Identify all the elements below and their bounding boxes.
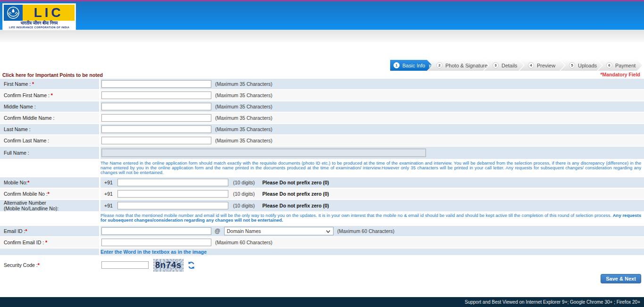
email-id-label: Email ID :* xyxy=(4,228,99,234)
required-asterisk: * xyxy=(51,92,53,98)
confirm-last-name-input[interactable] xyxy=(101,137,211,144)
confirm-email-id-input[interactable] xyxy=(101,239,211,246)
form-row-confirm-last-name: Confirm Last Name : (Maximum 35 Characte… xyxy=(0,135,644,146)
step-wizard: 1 Basic Info » 2 Photo & Signature 3 Det… xyxy=(390,60,642,71)
lic-logo-yellow-box: LIC xyxy=(23,5,75,21)
at-symbol-icon: @ xyxy=(215,228,220,234)
name-notice-row: The Name entered in the online applicati… xyxy=(0,160,644,176)
confirm-mobile-no-label: Confirm Mobile No :* xyxy=(4,191,99,197)
confirm-middle-name-input[interactable] xyxy=(101,114,211,122)
lic-logo-text: LIC xyxy=(33,6,63,19)
contact-notice-text: Please note that the mentioned mobile nu… xyxy=(100,213,641,224)
email-id-input[interactable] xyxy=(101,227,211,235)
form-row-middle-name: Middle Name : (Maximum 35 Characters) xyxy=(0,101,644,112)
required-asterisk: * xyxy=(48,191,50,197)
full-name-label: Full Name : xyxy=(4,150,99,156)
captcha-instruction-text: Enter the Word in the textbox as in the … xyxy=(100,249,644,255)
alternative-number-sublabel: (Mobile No/Landline No): xyxy=(4,206,99,211)
full-name-input xyxy=(101,149,426,157)
mobile-zero-note: Please Do not prefix zero (0) xyxy=(262,180,329,185)
form-row-mobile-no: Mobile No:* +91 (10 digits) Please Do no… xyxy=(0,177,644,188)
mobile-no-input[interactable] xyxy=(117,179,228,186)
refresh-captcha-icon[interactable] xyxy=(187,261,195,269)
confirm-first-name-label: Confirm First Name : * xyxy=(4,92,99,98)
lic-logo: LIC भारतीय जीवन बीमा निगम LIFE INSURANCE… xyxy=(2,3,76,31)
contact-notice-row: Please note that the mentioned mobile nu… xyxy=(0,212,644,225)
mobile-digits-hint: (10 digits) xyxy=(233,203,255,208)
confirm-email-id-label: Confirm Email ID : * xyxy=(4,240,99,245)
mobile-zero-note: Please Do not prefix zero (0) xyxy=(262,203,329,208)
first-name-input[interactable] xyxy=(101,80,211,88)
form-row-security-code: Security Code :* 8n74s xyxy=(0,256,644,274)
header: LIC भारतीय जीवन बीमा निगम LIFE INSURANCE… xyxy=(0,1,644,30)
form-row-confirm-first-name: Confirm First Name : * (Maximum 35 Chara… xyxy=(0,90,644,100)
mobile-digits-hint: (10 digits) xyxy=(233,180,255,185)
important-points-link[interactable]: Click here for Important Points to be no… xyxy=(2,72,103,78)
lic-application-page: LIC भारतीय जीवन बीमा निगम LIFE INSURANCE… xyxy=(0,0,644,307)
confirm-middle-name-hint: (Maximum 35 Characters) xyxy=(215,115,272,121)
lic-logo-top: LIC xyxy=(4,5,75,21)
tab-photo-signature[interactable]: 2 Photo & Signature xyxy=(428,60,488,71)
header-subbar xyxy=(0,30,644,42)
alternative-number-input[interactable] xyxy=(117,202,228,209)
mobile-no-label: Mobile No:* xyxy=(4,180,99,185)
confirm-last-name-hint: (Maximum 35 Characters) xyxy=(215,138,272,143)
mobile-zero-note: Please Do not prefix zero (0) xyxy=(262,191,329,197)
mobile-prefix: +91 xyxy=(104,203,114,208)
required-asterisk: * xyxy=(27,180,29,185)
last-name-input[interactable] xyxy=(101,125,211,133)
lic-english-name: LIFE INSURANCE CORPORATION OF INDIA xyxy=(4,26,75,29)
form-row-full-name: Full Name : xyxy=(0,147,644,159)
tab-uploads[interactable]: 5 Uploads xyxy=(560,60,602,71)
step-number-badge: 5 xyxy=(569,62,575,68)
mobile-prefix: +91 xyxy=(104,191,114,197)
middle-name-label: Middle Name : xyxy=(4,104,99,109)
tab-payment[interactable]: 6 Payment xyxy=(598,60,642,71)
basic-info-form: First Name : * (Maximum 35 Characters) C… xyxy=(0,79,644,275)
middle-name-hint: (Maximum 35 Characters) xyxy=(215,104,272,109)
step-number-badge: 2 xyxy=(436,62,443,68)
step-number-badge: 1 xyxy=(393,62,400,68)
first-name-hint: (Maximum 35 Characters) xyxy=(215,81,272,87)
lic-hindi-name: भारतीय जीवन बीमा निगम xyxy=(4,21,75,26)
confirm-first-name-input[interactable] xyxy=(101,91,211,99)
form-row-confirm-mobile-no: Confirm Mobile No :* +91 (10 digits) Ple… xyxy=(0,189,644,199)
mobile-prefix: +91 xyxy=(104,180,114,185)
form-row-email-id: Email ID :* @ Domain Names (Maximum 60 C… xyxy=(0,226,644,236)
footer-support-text: Support and Best Viewed on Internet Expl… xyxy=(465,299,640,305)
captcha-image: 8n74s xyxy=(153,259,184,272)
lic-emblem-icon xyxy=(4,5,23,21)
required-asterisk: * xyxy=(45,240,47,245)
last-name-label: Last Name : xyxy=(4,126,99,132)
confirm-mobile-no-input[interactable] xyxy=(117,190,228,198)
email-hint: (Maximum 60 Characters) xyxy=(337,228,394,234)
confirm-first-name-hint: (Maximum 35 Characters) xyxy=(215,92,272,98)
mobile-digits-hint: (10 digits) xyxy=(233,191,255,197)
required-asterisk: * xyxy=(25,228,27,234)
save-next-button[interactable]: Save & Next xyxy=(601,274,641,283)
mandatory-field-note: *Mandatory Field xyxy=(600,72,640,77)
last-name-hint: (Maximum 35 Characters) xyxy=(215,126,272,132)
step-number-badge: 3 xyxy=(493,62,499,68)
tab-preview[interactable]: 4 Preview xyxy=(519,60,565,71)
middle-name-input[interactable] xyxy=(101,103,211,110)
footer-bar: Support and Best Viewed on Internet Expl… xyxy=(0,297,644,307)
chevron-down-icon xyxy=(326,229,330,233)
form-row-last-name: Last Name : (Maximum 35 Characters) xyxy=(0,124,644,134)
confirm-middle-name-label: Confirm Middle Name : xyxy=(4,115,99,121)
name-notice-text: The Name entered in the online applicati… xyxy=(100,161,641,175)
required-asterisk: * xyxy=(32,81,34,87)
security-code-label: Security Code :* xyxy=(4,262,99,268)
step-number-badge: 6 xyxy=(606,62,612,68)
step-number-badge: 4 xyxy=(528,62,534,68)
form-row-alternative-number: Alternative Number (Mobile No/Landline N… xyxy=(0,200,644,211)
security-code-input[interactable] xyxy=(101,261,149,269)
tab-basic-info[interactable]: 1 Basic Info » xyxy=(390,60,432,71)
domain-select[interactable]: Domain Names xyxy=(224,227,334,235)
required-asterisk: * xyxy=(38,262,40,268)
first-name-label: First Name : * xyxy=(4,81,99,87)
tab-details[interactable]: 3 Details xyxy=(484,60,524,71)
alternative-number-label: Alternative Number xyxy=(4,200,99,206)
confirm-email-hint: (Maximum 60 Characters) xyxy=(215,240,272,245)
form-row-confirm-middle-name: Confirm Middle Name : (Maximum 35 Charac… xyxy=(0,113,644,123)
